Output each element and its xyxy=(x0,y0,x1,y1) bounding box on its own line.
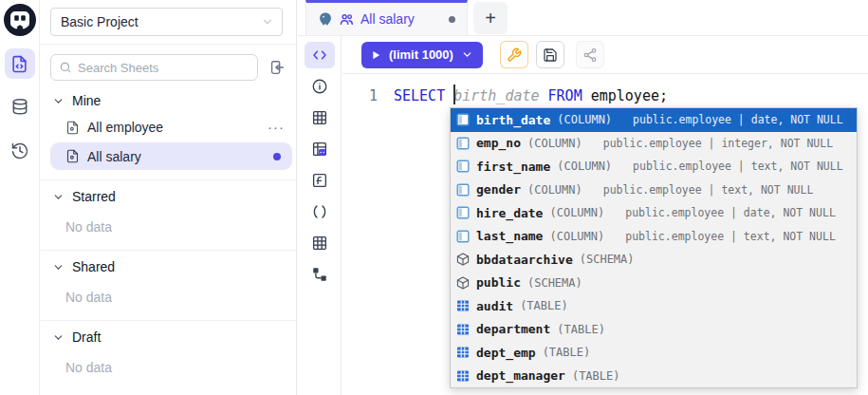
section-starred: Starred No data xyxy=(41,180,296,251)
sql-keyword: SELECT xyxy=(394,87,445,104)
tab-label: All salary xyxy=(360,11,415,27)
section-label: Mine xyxy=(72,93,101,108)
schema-icon xyxy=(456,276,470,290)
schema-icon xyxy=(456,253,470,266)
tab-bar: All salary + xyxy=(298,0,868,36)
sheet-item-label: All salary xyxy=(87,149,141,164)
strip-schema-diagram-button[interactable] xyxy=(305,261,335,288)
strip-function-button[interactable] xyxy=(305,167,335,194)
suggestion-kind: (COLUMN) xyxy=(549,206,604,219)
import-sheet-button[interactable] xyxy=(266,56,288,79)
chevron-down-icon[interactable] xyxy=(461,48,473,61)
section-draft-header[interactable]: Draft xyxy=(41,321,296,350)
save-sheet-button[interactable] xyxy=(536,41,564,68)
strip-info-button[interactable] xyxy=(305,73,335,100)
autocomplete-item[interactable]: audit (TABLE) xyxy=(451,294,857,318)
chevron-down-icon xyxy=(52,331,65,344)
file-code-icon xyxy=(10,55,28,73)
table-icon xyxy=(456,346,470,359)
autocomplete-item[interactable]: last_name (COLUMN) public.employee | tex… xyxy=(451,225,857,249)
suggestion-name: public xyxy=(476,275,521,290)
column-icon xyxy=(456,137,470,150)
suggestion-name: bbdataarchive xyxy=(476,253,573,267)
strip-brackets-button[interactable] xyxy=(305,198,335,225)
run-button-label: (limit 1000) xyxy=(389,47,453,62)
bytebase-logo[interactable] xyxy=(3,3,37,37)
nav-databases-button[interactable] xyxy=(5,92,35,122)
function-square-icon xyxy=(311,172,328,189)
sheet-tree: Mine All employee ··· All salary Starred xyxy=(41,85,296,395)
shared-users-icon xyxy=(340,12,354,27)
editor-side-strip xyxy=(298,36,342,395)
suggestion-name: dept_emp xyxy=(476,346,536,360)
wrench-icon xyxy=(507,47,522,63)
strip-table-detail-button[interactable] xyxy=(305,136,335,162)
table-icon xyxy=(456,369,470,383)
autocomplete-item[interactable]: hire_date (COLUMN) public.employee | dat… xyxy=(451,201,857,225)
suggestion-name: dept_manager xyxy=(476,368,565,383)
sheet-item-all-employee[interactable]: All employee ··· xyxy=(41,114,296,141)
autocomplete-item[interactable]: bbdataarchive (SCHEMA) xyxy=(451,248,857,272)
play-icon xyxy=(371,49,381,61)
chevron-down-icon xyxy=(52,191,65,203)
sheet-item-menu-button[interactable]: ··· xyxy=(268,122,285,132)
autocomplete-item[interactable]: department (TABLE) xyxy=(451,318,857,342)
project-select[interactable]: Basic Project xyxy=(50,8,283,36)
sql-code-editor[interactable]: 1 SELECT birth_date FROM employee; birth… xyxy=(342,74,868,395)
sheet-sidebar: Basic Project xyxy=(41,0,297,395)
nav-sheets-button[interactable] xyxy=(5,48,35,79)
autocomplete-item[interactable]: gender (COLUMN) public.employee | text, … xyxy=(451,179,857,202)
section-starred-header[interactable]: Starred xyxy=(41,180,296,210)
table-icon xyxy=(311,109,328,126)
strip-code-button[interactable] xyxy=(305,42,335,68)
chevron-down-icon xyxy=(261,15,274,28)
suggestion-kind: (COLUMN) xyxy=(557,113,612,126)
autocomplete-item[interactable]: public (SCHEMA) xyxy=(451,272,857,295)
section-shared: Shared No data xyxy=(41,251,296,321)
nav-history-button[interactable] xyxy=(5,136,35,166)
section-mine-header[interactable]: Mine xyxy=(41,85,296,114)
sheet-search-box xyxy=(50,54,258,81)
column-icon xyxy=(456,183,470,197)
suggestion-name: birth_date xyxy=(476,113,550,127)
file-code-icon xyxy=(65,121,80,135)
new-tab-button[interactable]: + xyxy=(473,2,508,34)
section-label: Starred xyxy=(72,189,116,204)
format-sql-button[interactable] xyxy=(500,41,528,68)
strip-table-button[interactable] xyxy=(305,104,335,131)
section-shared-header[interactable]: Shared xyxy=(41,251,296,280)
autocomplete-item[interactable]: birth_date (COLUMN) public.employee | da… xyxy=(451,108,857,132)
save-icon xyxy=(543,47,558,63)
postgresql-icon xyxy=(318,11,333,27)
autocomplete-popup: birth_date (COLUMN) public.employee | da… xyxy=(450,107,858,388)
suggestion-detail: public.employee | text, NOT NULL xyxy=(603,183,814,197)
suggestion-kind: (SCHEMA) xyxy=(580,253,635,266)
sheet-item-all-salary[interactable]: All salary xyxy=(50,142,292,170)
suggestion-name: hire_date xyxy=(476,206,543,220)
chevron-down-icon xyxy=(52,261,65,273)
autocomplete-item[interactable]: emp_no (COLUMN) public.employee | intege… xyxy=(451,132,857,156)
suggestion-kind: (SCHEMA) xyxy=(527,276,582,290)
sql-keyword: FROM xyxy=(548,87,582,104)
unsaved-dot-indicator xyxy=(273,153,281,160)
empty-state-text: No data xyxy=(41,350,296,385)
table-icon xyxy=(456,323,470,336)
empty-state-text: No data xyxy=(41,280,296,314)
workflow-icon xyxy=(311,266,328,283)
autocomplete-item[interactable]: first_name (COLUMN) public.employee | te… xyxy=(451,155,857,179)
strip-sheet-table-button[interactable] xyxy=(305,230,335,256)
autocomplete-item[interactable]: dept_manager (TABLE) xyxy=(451,365,857,388)
autocomplete-item[interactable]: dept_emp (TABLE) xyxy=(451,341,857,365)
share-icon xyxy=(582,47,598,63)
parentheses-icon xyxy=(311,203,328,220)
sheet-search-input[interactable] xyxy=(78,61,249,75)
share-sheet-button[interactable] xyxy=(576,41,604,68)
suggestion-kind: (COLUMN) xyxy=(527,137,582,150)
section-label: Draft xyxy=(72,329,101,345)
run-query-button[interactable]: (limit 1000) xyxy=(361,42,483,68)
tab-all-salary[interactable]: All salary xyxy=(305,0,468,35)
suggestion-name: audit xyxy=(476,299,513,313)
column-icon xyxy=(456,160,470,173)
database-icon xyxy=(10,98,29,117)
suggestion-kind: (COLUMN) xyxy=(549,230,604,243)
